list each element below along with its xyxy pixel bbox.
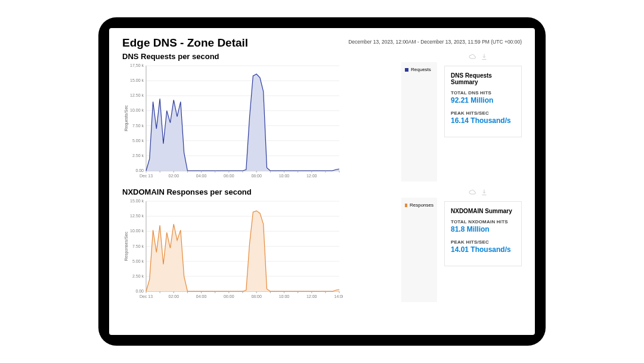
summary-label: TOTAL NXDOMAIN HITS: [451, 219, 515, 224]
svg-text:10:00: 10:00: [279, 294, 290, 299]
svg-text:0.00: 0.00: [135, 168, 144, 173]
chart-plot: 0.002.50 k5.00 k7.50 k10.00 k12.50 k15.0…: [122, 62, 343, 182]
download-icon[interactable]: [480, 188, 488, 196]
summary-label: TOTAL DNS HITS: [451, 90, 515, 96]
legend-label: Requests: [411, 67, 431, 72]
summary-card: DNS Requests Summary TOTAL DNS HITS 92.2…: [444, 66, 522, 137]
svg-text:7.50 k: 7.50 k: [132, 244, 144, 248]
download-icon[interactable]: [480, 53, 488, 61]
svg-text:5.00 k: 5.00 k: [132, 139, 144, 143]
svg-text:2.50 k: 2.50 k: [132, 153, 144, 158]
summary-value: 81.8 Million: [451, 225, 515, 233]
svg-text:06:00: 06:00: [224, 294, 234, 299]
chart-panel: NXDOMAIN Responses per second 0.002.50 k…: [122, 187, 522, 302]
page-title: Edge DNS - Zone Detail: [122, 36, 248, 50]
svg-text:14:00: 14:00: [334, 294, 343, 299]
summary-card: NXDOMAIN Summary TOTAL NXDOMAIN HITS 81.…: [444, 201, 522, 266]
chart-area: 0.002.50 k5.00 k7.50 k10.00 k12.50 k15.0…: [122, 198, 394, 302]
summary-title: DNS Requests Summary: [451, 72, 515, 85]
chart-plot: 0.002.50 k5.00 k7.50 k10.00 k12.50 k15.0…: [122, 198, 343, 302]
summary-label: PEAK HITS/SEC: [451, 239, 515, 245]
summary-label: PEAK HITS/SEC: [451, 110, 515, 116]
svg-text:Dec 13: Dec 13: [140, 294, 153, 299]
svg-text:12.50 k: 12.50 k: [130, 93, 144, 97]
cloud-icon[interactable]: [468, 53, 476, 61]
chart-legend: Responses: [401, 198, 437, 302]
screen: Edge DNS - Zone Detail December 13, 2023…: [109, 28, 535, 335]
svg-text:Dec 13: Dec 13: [140, 174, 153, 178]
legend-swatch: [405, 204, 407, 207]
legend-label: Responses: [410, 202, 434, 208]
chart-title: DNS Requests per second: [122, 52, 219, 61]
svg-text:Requests/Sec: Requests/Sec: [124, 105, 129, 131]
svg-text:08:00: 08:00: [251, 294, 262, 299]
summary-value: 16.14 Thousand/s: [451, 116, 515, 125]
svg-text:2.50 k: 2.50 k: [132, 274, 144, 278]
cloud-icon[interactable]: [468, 188, 476, 196]
tablet-frame: Edge DNS - Zone Detail December 13, 2023…: [98, 17, 546, 346]
svg-text:06:00: 06:00: [224, 174, 234, 178]
svg-text:04:00: 04:00: [196, 294, 207, 299]
summary-title: NXDOMAIN Summary: [451, 208, 515, 214]
chart-legend: Requests: [401, 62, 437, 182]
summary-value: 92.21 Million: [451, 96, 515, 104]
svg-text:04:00: 04:00: [196, 174, 207, 178]
svg-text:15.00 k: 15.00 k: [130, 199, 144, 203]
svg-text:7.50 k: 7.50 k: [132, 124, 144, 128]
legend-swatch: [405, 68, 408, 72]
svg-text:10.00 k: 10.00 k: [130, 108, 144, 112]
svg-text:10:00: 10:00: [279, 174, 290, 178]
svg-text:17,50 k: 17,50 k: [130, 63, 144, 67]
svg-text:02:00: 02:00: [169, 294, 179, 299]
chart-panel: DNS Requests per second 0.002.50 k5.00 k…: [122, 52, 522, 182]
svg-text:10.00 k: 10.00 k: [130, 229, 144, 233]
chart-area: 0.002.50 k5.00 k7.50 k10.00 k12.50 k15.0…: [122, 62, 394, 182]
date-range: December 13, 2023, 12:00AM - December 13…: [348, 39, 522, 45]
chart-title: NXDOMAIN Responses per second: [122, 187, 252, 196]
summary-value: 14.01 Thousand/s: [451, 245, 515, 254]
svg-text:5.00 k: 5.00 k: [132, 259, 144, 263]
svg-text:0.00: 0.00: [135, 289, 144, 293]
svg-text:15.00 k: 15.00 k: [130, 78, 144, 82]
svg-text:12:00: 12:00: [306, 174, 317, 178]
svg-text:02:00: 02:00: [169, 174, 179, 178]
svg-text:Responses/Sec: Responses/Sec: [124, 231, 129, 261]
svg-text:12:00: 12:00: [306, 294, 317, 299]
svg-text:12.50 k: 12.50 k: [130, 214, 144, 218]
svg-text:08:00: 08:00: [251, 174, 262, 178]
